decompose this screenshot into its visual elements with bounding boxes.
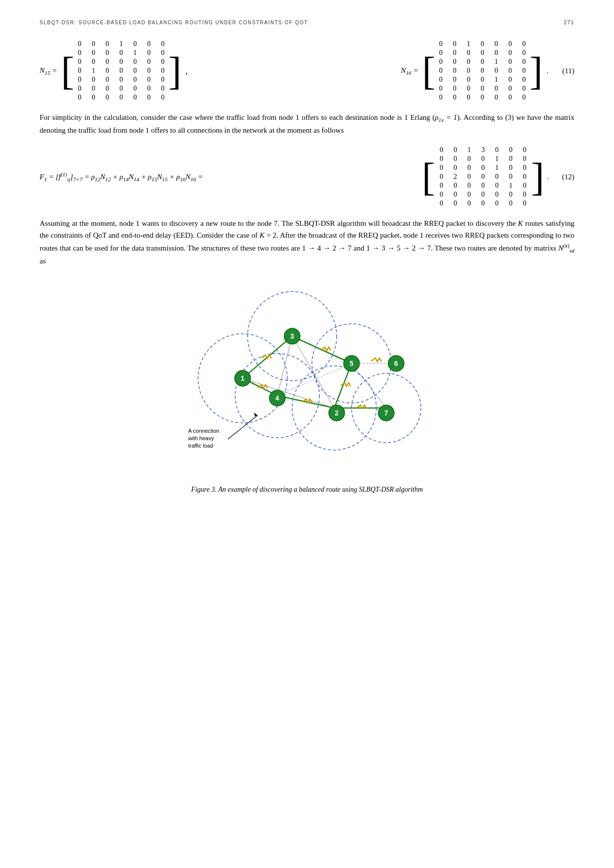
n16-dot: . [547,67,549,75]
f1-bracket-left [422,157,435,197]
page-header: SLBQT-DSR: SOURCE-BASED LOAD BALANCING R… [40,20,574,25]
figure-container: ✕ 1 3 4 5 6 2 7 A connection with heavy … [40,282,574,494]
n15-matrix: 0001000 0000100 0000000 0100000 0000000 … [76,40,166,102]
svg-text:A connection: A connection [188,428,219,434]
svg-text:1: 1 [241,374,245,382]
paragraph1: For simplicity in the calculation, consi… [40,111,574,136]
f1-equation-row: F1 = [f(1)ij]7×7 = ρ12N12 + ρ14N14 + ρ15… [40,146,574,207]
f1-matrix: 0013000 0000100 0000100 0200000 0000010 … [438,146,528,207]
n15-matrix-block: 0001000 0000100 0000000 0100000 0000000 … [61,40,181,102]
n15-equation: N15 = 0001000 0000100 0000000 0100000 00… [40,40,188,102]
rho-inline: ρ1x = 1 [435,113,457,121]
svg-line-14 [352,363,386,408]
svg-line-15 [292,336,334,408]
f1-bracket-right [531,157,545,197]
svg-text:7: 7 [384,409,388,417]
eq12-label: (12) [562,173,574,181]
svg-text:6: 6 [394,359,398,367]
n16-bracket-right [529,51,543,91]
svg-text:4: 4 [275,394,279,402]
f1-label: F1 = [f(1)ij]7×7 = ρ12N12 + ρ14N14 + ρ15… [40,171,203,182]
header-right: 271 [564,20,574,25]
svg-text:2: 2 [335,409,339,417]
n16-bracket-left [422,51,436,91]
n15-comma: , [185,66,188,76]
f1-lhs: F1 = [f(1)ij]7×7 = ρ12N12 + ρ14N14 + ρ15… [40,171,203,182]
svg-line-13 [277,336,292,396]
svg-text:with heavy: with heavy [188,435,214,441]
svg-line-35 [228,415,257,439]
svg-text:5: 5 [350,359,354,367]
svg-line-7 [277,396,334,408]
n15-label: N15 = [40,66,57,76]
n16-label: N16 = [401,66,418,76]
figure-caption: Figure 3. An example of discovering a ba… [191,486,423,494]
n16-matrix: 0010000 0000000 0000100 0000000 0000100 … [437,40,527,102]
svg-line-12 [243,378,334,408]
svg-text:traffic load: traffic load [188,443,213,449]
network-diagram: ✕ 1 3 4 5 6 2 7 A connection with heavy … [158,282,456,480]
n16-equation: N16 = 0010000 0000000 0000100 0000000 00… [401,40,574,102]
n15-bracket-right [168,51,182,91]
header-left: SLBQT-DSR: SOURCE-BASED LOAD BALANCING R… [40,20,308,25]
eq11-label: (11) [563,67,574,75]
matrices-n15-n16-row: N15 = 0001000 0000100 0000000 0100000 00… [40,40,574,102]
svg-text:3: 3 [290,332,294,340]
f1-dot: . [547,173,549,181]
paragraph2: Assuming at the moment, node 1 wants to … [40,217,574,267]
f1-rhs: 0013000 0000100 0000100 0200000 0000010 … [422,146,574,207]
n15-bracket-left [61,51,74,91]
n16-matrix-block: 0010000 0000000 0000100 0000000 0000100 … [422,40,543,102]
